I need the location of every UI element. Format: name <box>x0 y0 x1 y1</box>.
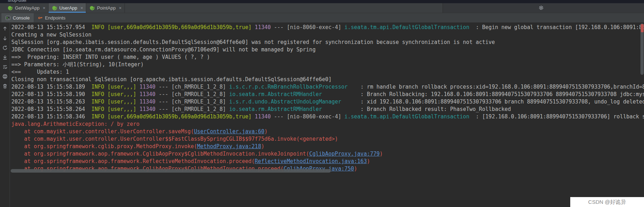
rerun-button[interactable] <box>2 45 8 51</box>
ide-window: shop-user GetWayApp × UserApp × PointApp… <box>0 0 644 207</box>
console-line: 2022-08-13 15:15:58.263 INFO [user,,,] 1… <box>11 98 644 106</box>
console-line: at org.springframework.aop.framework.Cgl… <box>11 150 644 158</box>
stacktrace-link[interactable]: ReflectiveMethodInvocation.java:163 <box>255 158 367 164</box>
log-segment <box>136 91 139 97</box>
log-segment: 2022-08-13 15:15:58.189 <box>11 84 91 90</box>
log-segment: 11340 <box>139 99 155 105</box>
log-segment: Closing non transactional SqlSession [or… <box>11 76 332 83</box>
settings-gear-icon[interactable] <box>538 5 544 11</box>
log-segment <box>341 24 344 30</box>
tab-endpoints[interactable]: Endpoints <box>34 13 70 22</box>
watermark-text: CSDN @好诡异 <box>588 199 626 206</box>
log-segment: i.s.c.r.p.c.RmBranchRollbackProcessor <box>229 84 348 90</box>
log-segment: 2022-08-13 15:15:58.346 <box>11 113 91 120</box>
console-line: Creating a new SqlSession <box>11 31 644 39</box>
down-stack-trace-button[interactable] <box>2 35 8 41</box>
log-segment: --- <box>155 99 171 105</box>
log-segment: [ch_RMROLE_1_2_8] <box>172 91 226 97</box>
soft-wrap-button[interactable] <box>2 64 8 70</box>
tab-label: PointApp <box>97 5 116 11</box>
log-segment: --- <box>155 84 171 90</box>
console-line: at com.mayikt.user.controller.UserContro… <box>11 128 644 135</box>
log-segment: INFO [user,,,] <box>91 106 136 112</box>
log-segment: ) <box>380 151 383 157</box>
console-line: ==> Preparing: INSERT INTO user ( name, … <box>11 54 644 61</box>
log-segment: : Begin new global transaction [192.168.… <box>469 24 644 30</box>
tab-label: UserApp <box>59 5 77 11</box>
spring-boot-icon <box>52 6 57 11</box>
log-segment <box>136 99 139 105</box>
log-segment: i.seata.tm.api.DefaultGlobalTransaction <box>344 24 469 30</box>
clear-all-trash-button[interactable] <box>2 83 8 89</box>
console-line: 2022-08-13 15:15:58.264 INFO [user,,,] 1… <box>11 106 644 113</box>
tab-label: Console <box>13 15 30 21</box>
run-config-strip: shop-user <box>0 0 644 3</box>
console-line: 2022-08-13 15:15:58.346 INFO [user,669a0… <box>11 113 644 121</box>
console-line: 2022-08-13 15:15:57.954 INFO [user,669a0… <box>11 24 644 31</box>
spring-boot-icon <box>8 6 13 11</box>
tab-userapp[interactable]: UserApp × <box>49 3 86 13</box>
stacktrace-link[interactable]: MethodProxy.java:218 <box>197 143 261 150</box>
log-segment: --- <box>155 106 171 112</box>
log-segment: java.lang.ArithmeticException: / by zero <box>11 121 139 127</box>
log-segment: 11340 <box>255 24 271 30</box>
console-line: ==> Parameters: 小明1(String), 10(Integer) <box>11 61 644 68</box>
log-segment: Creating a new SqlSession <box>11 32 91 38</box>
log-segment: ) <box>367 158 370 164</box>
log-segment: <== Updates: 1 <box>11 69 69 75</box>
log-segment: --- <box>155 91 171 97</box>
tab-getwayapp[interactable]: GetWayApp × <box>4 3 49 13</box>
log-segment <box>226 99 229 105</box>
log-segment: : Branch Rollbacking: 192.168.0.106:8091… <box>322 91 644 97</box>
log-segment: io.seata.rm.AbstractRMHandler <box>229 106 322 112</box>
log-segment: --- <box>271 24 287 30</box>
log-segment: at com.mayikt.user.controller.UserContro… <box>11 136 338 142</box>
tab-label: GetWayApp <box>15 5 40 11</box>
log-segment <box>251 113 255 120</box>
tab-pointapp[interactable]: PointApp × <box>86 3 124 13</box>
up-stack-trace-button[interactable] <box>2 26 8 32</box>
close-icon[interactable]: × <box>119 6 122 10</box>
stacktrace-link[interactable]: UserController.java:60 <box>194 128 265 135</box>
close-icon[interactable]: × <box>80 6 83 10</box>
run-config-name: shop-user <box>8 0 644 3</box>
log-segment: [ch_RMROLE_1_2_8] <box>172 106 226 112</box>
print-button[interactable] <box>2 73 8 80</box>
log-segment: INFO [user,,,] <box>91 99 136 105</box>
stacktrace-link[interactable]: CglibAopProxy.java:779 <box>309 151 380 157</box>
console-icon <box>5 15 11 21</box>
log-segment: at org.springframework.aop.framework.Cgl… <box>11 151 309 157</box>
log-segment: ==> Preparing: INSERT INTO user ( name, … <box>11 54 210 60</box>
service-tab-bar: GetWayApp × UserApp × PointApp × <box>0 3 644 13</box>
log-segment: : Branch Rollbacked result: PhaseTwo_Rol… <box>322 106 511 112</box>
run-view-bar: Console Endpoints <box>0 13 644 23</box>
log-segment: INFO [user,,,] <box>91 84 136 90</box>
log-segment: 11340 <box>139 106 155 112</box>
log-segment: 11340 <box>139 84 155 90</box>
log-segment: : rm handle branch rollback process:xid=… <box>348 84 644 90</box>
log-segment: : [192.168.0.106:8091:889940751530793370… <box>469 113 644 120</box>
spring-boot-icon <box>90 6 95 11</box>
log-segment: [ch_RMROLE_1_2_8] <box>172 84 226 90</box>
watermark: CSDN @好诡异 <box>570 197 644 207</box>
log-segment: INFO [user,669a0d96d1b3059b,669a0d96d1b3… <box>91 113 252 120</box>
console-output: 2022-08-13 15:15:57.954 INFO [user,669a0… <box>10 23 644 207</box>
console-line: 2022-08-13 15:15:58.189 INFO [user,,,] 1… <box>11 83 644 91</box>
console-line: JDBC Connection [io.seata.rm.datasource.… <box>11 46 644 54</box>
log-segment: 2022-08-13 15:15:58.190 <box>11 91 91 97</box>
log-segment: at org.springframework.cglib.proxy.Metho… <box>11 143 197 150</box>
console-line: <== Updates: 1 <box>11 68 644 76</box>
close-icon[interactable]: × <box>43 6 46 10</box>
scroll-to-end-button[interactable] <box>2 54 8 61</box>
console-line: at org.springframework.cglib.proxy.Metho… <box>11 143 644 150</box>
log-segment: at org.springframework.aop.framework.Ref… <box>11 158 255 164</box>
horizontal-scrollbar[interactable] <box>11 169 331 173</box>
log-segment: i.seata.tm.api.DefaultGlobalTransaction <box>344 113 469 120</box>
log-segment: i.s.r.d.undo.AbstractUndoLogManager <box>229 99 341 105</box>
log-segment: 2022-08-13 15:15:58.264 <box>11 106 91 112</box>
error-stripe-mark <box>641 24 644 32</box>
log-segment: JDBC Connection [io.seata.rm.datasource.… <box>11 46 316 53</box>
log-segment <box>226 84 229 90</box>
tab-console[interactable]: Console <box>1 13 34 22</box>
log-segment <box>136 84 139 90</box>
